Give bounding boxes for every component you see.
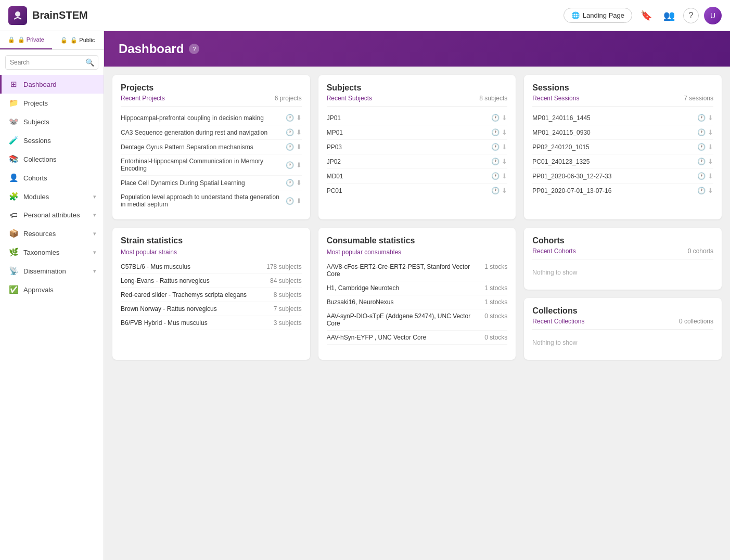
table-row[interactable]: MP01_240115_0930🕐⬇ (532, 125, 713, 140)
table-row[interactable]: JP01🕐⬇ (327, 111, 508, 125)
sidebar-item-resources[interactable]: 📦 Resources ▾ (0, 224, 104, 243)
table-row[interactable]: PP01_2020-06-30_12-27-33🕐⬇ (532, 169, 713, 184)
collections-icon: 📚 (9, 154, 18, 164)
clock-icon: 🕐 (697, 143, 706, 151)
sidebar-item-personal-attributes[interactable]: 🏷 Personal attributes ▾ (0, 206, 104, 224)
sidebar-item-cohorts[interactable]: 👤 Cohorts (0, 168, 104, 187)
table-row[interactable]: PP03🕐⬇ (327, 140, 508, 154)
list-item[interactable]: C57BL/6 - Mus musculus178 subjects (121, 260, 302, 274)
sidebar-search: 🔍 (0, 50, 104, 75)
tab-public[interactable]: 🔓 🔓 Public (52, 31, 104, 49)
list-item[interactable]: Red-eared slider - Trachemys scripta ele… (121, 288, 302, 302)
tab-private[interactable]: 🔒 🔒 Private (0, 31, 52, 49)
consumable-name: AAV-hSyn-EYFP , UNC Vector Core (327, 334, 427, 341)
taxonomies-icon: 🌿 (9, 248, 18, 257)
table-row[interactable]: PP01_2020-07-01_13-07-16🕐⬇ (532, 184, 713, 198)
sidebar-item-subjects[interactable]: 🐭 Subjects (0, 112, 104, 131)
table-row[interactable]: JP02🕐⬇ (327, 154, 508, 169)
subject-name: PP03 (327, 144, 342, 151)
search-icon: 🔍 (85, 58, 94, 67)
tab-private-label: 🔒 Private (18, 36, 44, 43)
clock-icon: 🕐 (286, 114, 294, 122)
sidebar-item-sessions[interactable]: 🧪 Sessions (0, 131, 104, 150)
consumable-name: Buzsaki16, NeuroNexus (327, 298, 394, 306)
projects-card: Projects Recent Projects 6 projects Hipp… (112, 75, 310, 219)
help-icon-btn[interactable]: ? (683, 8, 699, 23)
sidebar-item-dissemination[interactable]: 📡 Dissemination ▾ (0, 262, 104, 280)
subjects-card-subtitle: Recent Subjects 8 subjects (327, 95, 508, 107)
strain-name: Red-eared slider - Trachemys scripta ele… (121, 291, 247, 298)
collections-card: Collections Recent Collections 0 collect… (524, 298, 722, 360)
table-row[interactable]: PC01🕐⬇ (327, 184, 508, 198)
bookmark-icon-btn[interactable]: 🔖 (637, 7, 655, 24)
list-item[interactable]: Long-Evans - Rattus norvegicus84 subject… (121, 274, 302, 288)
sidebar-item-modules[interactable]: 🧩 Modules ▾ (0, 187, 104, 206)
consumable-name: H1, Cambridge Neurotech (327, 284, 399, 292)
consumable-name: AAV-synP-DIO-sTpE (Addgene 52474), UNC V… (327, 312, 485, 327)
subject-name: JP01 (327, 114, 341, 122)
right-column: Cohorts Recent Cohorts 0 cohorts Nothing… (524, 228, 722, 360)
item-actions: 🕐⬇ (286, 114, 302, 122)
svg-point-0 (15, 11, 20, 17)
sessions-icon: 🧪 (9, 136, 18, 145)
strain-name: C57BL/6 - Mus musculus (121, 263, 190, 270)
lock-icon: 🔒 (8, 36, 15, 43)
tab-public-label: 🔓 Public (70, 37, 95, 44)
download-icon: ⬇ (708, 128, 713, 136)
consumable-popular-link[interactable]: Most popular consumables (327, 249, 508, 256)
personal-attributes-icon: 🏷 (9, 211, 18, 219)
table-row[interactable]: PP02_240120_1015🕐⬇ (532, 140, 713, 154)
page-help-icon[interactable]: ? (189, 44, 199, 54)
table-row[interactable]: PC01_240123_1325🕐⬇ (532, 154, 713, 169)
strain-count: 178 subjects (266, 263, 301, 270)
table-row[interactable]: MP01_240116_1445🕐⬇ (532, 111, 713, 125)
list-item[interactable]: B6/FVB Hybrid - Mus musculus3 subjects (121, 316, 302, 330)
landing-page-button[interactable]: 🌐 Landing Page (563, 8, 632, 23)
consumable-count: 1 stocks (484, 298, 507, 306)
table-row[interactable]: Place Cell Dynamics During Spatial Learn… (121, 176, 302, 190)
table-row[interactable]: Population level approach to understand … (121, 190, 302, 211)
body-layout: 🔒 🔒 Private 🔓 🔓 Public 🔍 ⊞ Dashboard 📁 P… (0, 31, 730, 560)
session-name: MP01_240116_1445 (532, 114, 590, 122)
item-actions: 🕐⬇ (286, 143, 302, 151)
table-row[interactable]: Hippocampal-prefrontal coupling in decis… (121, 111, 302, 125)
modules-icon: 🧩 (9, 192, 18, 201)
sidebar-item-taxonomies[interactable]: 🌿 Taxonomies ▾ (0, 243, 104, 262)
list-item[interactable]: Brown Norway - Rattus norvegicus7 subjec… (121, 302, 302, 316)
consumable-count: 1 stocks (484, 284, 507, 292)
strain-popular-link[interactable]: Most popular strains (121, 249, 302, 256)
download-icon: ⬇ (502, 114, 507, 122)
sidebar-item-projects[interactable]: 📁 Projects (0, 94, 104, 112)
table-row[interactable]: MP01🕐⬇ (327, 125, 508, 140)
sidebar-item-collections[interactable]: 📚 Collections (0, 150, 104, 168)
strain-statistics-card: Strain statistics Most popular strains C… (112, 228, 310, 360)
people-icon-btn[interactable]: 👥 (660, 7, 678, 24)
download-icon: ⬇ (708, 114, 713, 122)
table-row[interactable]: Dentage Gyrus Pattern Separation mechani… (121, 140, 302, 154)
subject-name: MD01 (327, 173, 343, 180)
sidebar-item-dashboard[interactable]: ⊞ Dashboard (0, 75, 104, 94)
list-item[interactable]: AAV8-cFos-ERT2-Cre-ERT2-PEST, Stanford V… (327, 260, 508, 281)
subject-name: JP02 (327, 158, 341, 165)
clock-icon: 🕐 (286, 143, 294, 151)
table-row[interactable]: CA3 Sequence generation during rest and … (121, 125, 302, 140)
dashboard-content: Projects Recent Projects 6 projects Hipp… (104, 67, 730, 368)
sessions-card: Sessions Recent Sessions 7 sessions MP01… (524, 75, 722, 219)
list-item[interactable]: AAV-synP-DIO-sTpE (Addgene 52474), UNC V… (327, 309, 508, 331)
table-row[interactable]: MD01🕐⬇ (327, 169, 508, 184)
subjects-icon: 🐭 (9, 117, 18, 126)
search-input[interactable] (5, 55, 98, 70)
subjects-count: 8 subjects (479, 95, 507, 102)
avatar[interactable]: U (704, 7, 722, 24)
consumable-list: AAV8-cFos-ERT2-Cre-ERT2-PEST, Stanford V… (327, 260, 508, 345)
item-actions: 🕐⬇ (491, 158, 507, 165)
dissemination-icon: 📡 (9, 266, 18, 276)
list-item[interactable]: H1, Cambridge Neurotech1 stocks (327, 281, 508, 295)
download-icon: ⬇ (708, 172, 713, 180)
consumable-name: AAV8-cFos-ERT2-Cre-ERT2-PEST, Stanford V… (327, 263, 485, 278)
table-row[interactable]: Entorhinal-Hippocampal Communication in … (121, 154, 302, 176)
sidebar-item-approvals[interactable]: ✅ Approvals (0, 280, 104, 299)
list-item[interactable]: Buzsaki16, NeuroNexus1 stocks (327, 295, 508, 309)
collections-nothing: Nothing to show (532, 334, 713, 351)
list-item[interactable]: AAV-hSyn-EYFP , UNC Vector Core0 stocks (327, 331, 508, 345)
